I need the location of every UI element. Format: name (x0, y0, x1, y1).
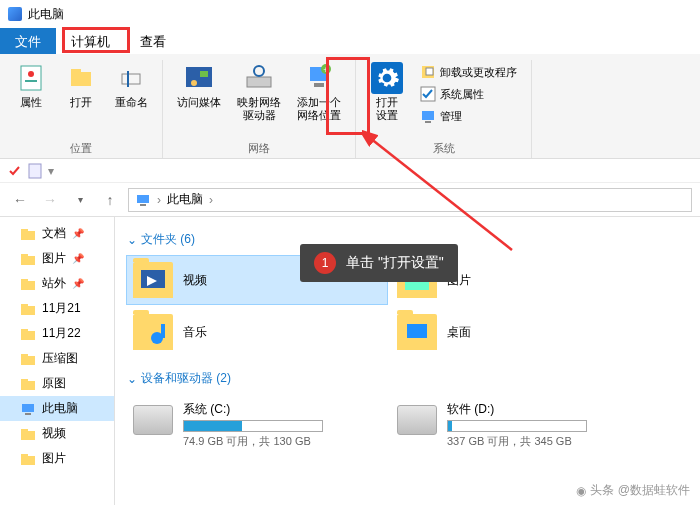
folder-icon (20, 376, 36, 392)
add-network-location-button[interactable]: + 添加一个 网络位置 (293, 60, 345, 124)
sidebar-item-6[interactable]: 原图 (0, 371, 114, 396)
title-bar: 此电脑 (0, 0, 700, 28)
instruction-callout: 1 单击 "打开设置" (300, 244, 458, 282)
watermark: ◉ 头条 @数据蛙软件 (576, 482, 690, 499)
drive-label: 系统 (C:) (183, 401, 323, 418)
watermark-icon: ◉ (576, 484, 586, 498)
sidebar-item-9[interactable]: 图片 (0, 446, 114, 471)
svg-rect-13 (314, 83, 324, 87)
svg-rect-36 (21, 381, 35, 390)
pin-icon: 📌 (72, 228, 84, 239)
svg-rect-26 (21, 256, 35, 265)
step-badge: 1 (314, 252, 336, 274)
properties-button[interactable]: 属性 (10, 60, 52, 111)
drive-item[interactable]: 系统 (C:)74.9 GB 可用，共 130 GB (127, 395, 387, 455)
svg-rect-9 (200, 71, 208, 77)
svg-rect-21 (29, 164, 41, 178)
drive-item[interactable]: 软件 (D:)337 GB 可用，共 345 GB (391, 395, 651, 455)
folder-icon (20, 351, 36, 367)
map-drive-button[interactable]: 映射网络 驱动器 (233, 60, 285, 124)
svg-rect-30 (21, 306, 35, 315)
svg-rect-32 (21, 331, 35, 340)
folder-icon (133, 314, 173, 350)
svg-rect-4 (71, 69, 81, 73)
nav-up-button[interactable]: ↑ (98, 188, 122, 212)
sidebar-item-label: 11月21 (42, 300, 81, 317)
folder-label: 桌面 (447, 324, 471, 341)
drives-section-header[interactable]: ⌄ 设备和驱动器 (2) (127, 370, 688, 387)
tab-computer[interactable]: 计算机 (56, 28, 125, 54)
uninstall-programs-button[interactable]: 卸载或更改程序 (416, 62, 521, 82)
folder-item[interactable]: 音乐 (127, 308, 387, 356)
qat-doc-icon[interactable] (28, 163, 42, 179)
svg-rect-37 (21, 379, 28, 382)
sidebar-item-5[interactable]: 压缩图 (0, 346, 114, 371)
folder-icon (133, 262, 173, 298)
sidebar-item-label: 文档 (42, 225, 66, 242)
svg-rect-31 (21, 304, 28, 307)
sidebar-item-1[interactable]: 图片📌 (0, 246, 114, 271)
breadcrumb-root[interactable]: 此电脑 (167, 191, 203, 208)
svg-rect-40 (21, 431, 35, 440)
sidebar-item-3[interactable]: 11月21 (0, 296, 114, 321)
rename-button[interactable]: 重命名 (110, 60, 152, 111)
folder-icon (20, 326, 36, 342)
folder-label: 音乐 (183, 324, 207, 341)
svg-rect-6 (127, 71, 129, 87)
drive-icon (133, 405, 173, 435)
group-label-location: 位置 (70, 141, 92, 158)
group-label-network: 网络 (248, 141, 270, 158)
folder-item[interactable]: 桌面 (391, 308, 651, 356)
folder-label: 视频 (183, 272, 207, 289)
nav-forward-button[interactable]: → (38, 188, 62, 212)
svg-rect-49 (161, 324, 165, 338)
svg-rect-22 (137, 195, 149, 203)
svg-point-11 (254, 66, 264, 76)
svg-rect-3 (71, 72, 91, 86)
manage-button[interactable]: 管理 (416, 106, 521, 126)
sidebar-item-7[interactable]: 此电脑 (0, 396, 114, 421)
tab-view[interactable]: 查看 (125, 28, 181, 54)
svg-rect-20 (425, 121, 431, 123)
app-icon (8, 7, 22, 21)
sidebar-item-0[interactable]: 文档📌 (0, 221, 114, 246)
nav-history-button[interactable]: ▾ (68, 188, 92, 212)
svg-rect-7 (186, 67, 212, 87)
sidebar-item-label: 此电脑 (42, 400, 78, 417)
folder-icon (20, 301, 36, 317)
svg-rect-38 (22, 404, 34, 412)
breadcrumb-sep2[interactable]: › (209, 193, 213, 207)
system-properties-button[interactable]: 系统属性 (416, 84, 521, 104)
sidebar-item-4[interactable]: 11月22 (0, 321, 114, 346)
sidebar-item-8[interactable]: 视频 (0, 421, 114, 446)
svg-rect-29 (21, 279, 28, 282)
svg-rect-24 (21, 231, 35, 240)
sidebar-item-label: 视频 (42, 425, 66, 442)
folder-icon (20, 251, 36, 267)
svg-rect-50 (407, 324, 427, 338)
folder-icon (20, 451, 36, 467)
nav-back-button[interactable]: ← (8, 188, 32, 212)
svg-rect-39 (25, 413, 31, 415)
qat-check-icon[interactable] (8, 164, 22, 178)
ribbon-group-system: 打开 设置 卸载或更改程序 系统属性 管理 系统 (356, 60, 532, 158)
window-title: 此电脑 (28, 6, 64, 23)
tab-file[interactable]: 文件 (0, 28, 56, 54)
breadcrumb-sep: › (157, 193, 161, 207)
open-settings-button[interactable]: 打开 设置 (366, 60, 408, 124)
qat-dropdown-icon[interactable]: ▾ (48, 164, 54, 178)
folder-icon (397, 314, 437, 350)
open-button[interactable]: 打开 (60, 60, 102, 111)
pin-icon: 📌 (72, 278, 84, 289)
sidebar-item-2[interactable]: 站外📌 (0, 271, 114, 296)
drives-grid: 系统 (C:)74.9 GB 可用，共 130 GB软件 (D:)337 GB … (127, 395, 688, 455)
pc-icon (135, 192, 151, 208)
add-location-icon: + (303, 62, 335, 94)
address-bar[interactable]: › 此电脑 › (128, 188, 692, 212)
gear-icon (371, 62, 403, 94)
drive-usage-bar (183, 420, 323, 432)
svg-rect-19 (422, 111, 434, 120)
media-icon (183, 62, 215, 94)
access-media-button[interactable]: 访问媒体 (173, 60, 225, 111)
ribbon-group-network: 访问媒体 映射网络 驱动器 + 添加一个 网络位置 网络 (163, 60, 356, 158)
